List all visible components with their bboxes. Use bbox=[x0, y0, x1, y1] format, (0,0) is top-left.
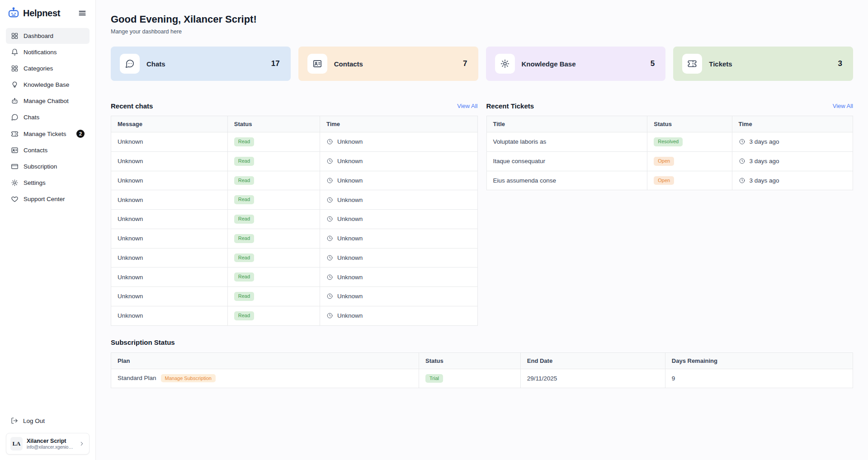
stat-card-label: Knowledge Base bbox=[522, 60, 576, 68]
clock-icon bbox=[326, 235, 333, 242]
stat-card-knowledge-base[interactable]: Knowledge Base 5 bbox=[486, 47, 666, 81]
chat-status-badge: Read bbox=[234, 176, 254, 185]
ticket-title: Voluptate laboris as bbox=[486, 132, 647, 152]
hamburger-icon bbox=[78, 9, 87, 18]
stat-card-tickets[interactable]: Tickets 3 bbox=[673, 47, 853, 81]
chat-row[interactable]: Unknown Read Unknown bbox=[111, 171, 478, 190]
grid-icon bbox=[11, 32, 19, 40]
chat-time: Unknown bbox=[337, 216, 363, 222]
ticket-title: Itaque consequatur bbox=[486, 151, 647, 171]
recent-tickets-view-all-link[interactable]: View All bbox=[833, 103, 853, 109]
stat-card-value: 5 bbox=[651, 59, 655, 68]
tickets-count-badge: 2 bbox=[76, 130, 85, 138]
user-meta: Xilancer Script info@xilancer.xgenious.c… bbox=[27, 438, 75, 450]
clock-icon bbox=[739, 158, 745, 164]
chat-row[interactable]: Unknown Read Unknown bbox=[111, 248, 478, 268]
user-account-card[interactable]: LA Xilancer Script info@xilancer.xgeniou… bbox=[6, 433, 90, 455]
sidebar-item-categories[interactable]: Categories bbox=[6, 61, 90, 76]
chat-status-badge: Read bbox=[234, 215, 254, 224]
plan-status-badge: Trial bbox=[425, 374, 443, 383]
sidebar-item-subscription[interactable]: Subscription bbox=[6, 159, 90, 174]
chat-status-badge: Read bbox=[234, 311, 254, 320]
column-header-time: Time bbox=[320, 116, 477, 132]
sun-bulb-icon bbox=[495, 54, 515, 74]
clock-icon bbox=[326, 216, 333, 222]
ticket-icon bbox=[11, 130, 19, 138]
ticket-status-badge: Resolved bbox=[654, 137, 683, 146]
sidebar-item-label: Settings bbox=[24, 179, 46, 186]
ticket-row[interactable]: Itaque consequatur Open 3 days ago bbox=[486, 151, 853, 171]
chat-message: Unknown bbox=[111, 229, 228, 248]
clock-icon bbox=[326, 312, 333, 319]
ticket-row[interactable]: Voluptate laboris as Resolved 3 days ago bbox=[486, 132, 853, 152]
credit-card-icon bbox=[11, 163, 19, 170]
chat-row[interactable]: Unknown Read Unknown bbox=[111, 210, 478, 229]
lightbulb-icon bbox=[11, 81, 19, 89]
chat-message: Unknown bbox=[111, 190, 228, 210]
sidebar-item-label: Categories bbox=[24, 65, 53, 72]
sidebar-footer: Log Out LA Xilancer Script info@xilancer… bbox=[6, 413, 90, 460]
ticket-icon bbox=[682, 54, 702, 74]
sidebar-item-support-center[interactable]: Support Center bbox=[6, 191, 90, 207]
chat-row[interactable]: Unknown Read Unknown bbox=[111, 190, 478, 210]
clock-icon bbox=[326, 197, 333, 203]
chat-status-badge: Read bbox=[234, 137, 254, 146]
chat-message: Unknown bbox=[111, 210, 228, 229]
ticket-time: 3 days ago bbox=[750, 177, 779, 184]
chat-time: Unknown bbox=[337, 138, 363, 145]
chat-bubble-icon bbox=[120, 54, 140, 74]
chat-time: Unknown bbox=[337, 177, 363, 184]
helpnest-robot-logo-icon bbox=[7, 6, 20, 20]
chat-row[interactable]: Unknown Read Unknown bbox=[111, 151, 478, 171]
chat-bubble-icon bbox=[11, 113, 19, 121]
clock-icon bbox=[326, 254, 333, 261]
clock-icon bbox=[326, 177, 333, 184]
chat-row[interactable]: Unknown Read Unknown bbox=[111, 132, 478, 152]
sidebar-item-notifications[interactable]: Notifications bbox=[6, 44, 90, 60]
chat-row[interactable]: Unknown Read Unknown bbox=[111, 229, 478, 248]
chat-time: Unknown bbox=[337, 312, 363, 319]
ticket-status-badge: Open bbox=[654, 157, 674, 166]
sidebar-item-settings[interactable]: Settings bbox=[6, 175, 90, 191]
ticket-row[interactable]: Eius assumenda conse Open 3 days ago bbox=[486, 171, 853, 190]
sidebar-toggle-button[interactable] bbox=[76, 7, 89, 19]
chat-message: Unknown bbox=[111, 248, 228, 268]
subscription-row: Standard PlanManage Subscription Trial 2… bbox=[111, 369, 853, 388]
sidebar-item-label: Subscription bbox=[24, 163, 57, 170]
chevron-right-icon bbox=[79, 441, 85, 447]
sidebar-nav: Dashboard Notifications Categories Knowl… bbox=[6, 28, 90, 207]
logo[interactable]: Helpnest bbox=[7, 6, 60, 20]
sidebar-item-label: Notifications bbox=[24, 49, 57, 56]
avatar: LA bbox=[10, 437, 23, 451]
stat-card-value: 7 bbox=[463, 59, 467, 68]
id-card-icon bbox=[307, 54, 327, 74]
clock-icon bbox=[326, 138, 333, 145]
manage-subscription-link[interactable]: Manage Subscription bbox=[161, 374, 216, 382]
categories-grid-icon bbox=[11, 65, 19, 72]
sidebar-item-dashboard[interactable]: Dashboard bbox=[6, 28, 90, 44]
clock-icon bbox=[326, 158, 333, 164]
chat-row[interactable]: Unknown Read Unknown bbox=[111, 268, 478, 287]
chat-row[interactable]: Unknown Read Unknown bbox=[111, 287, 478, 306]
stat-card-label: Chats bbox=[146, 60, 165, 68]
sidebar-item-manage-tickets[interactable]: Manage Tickets 2 bbox=[6, 126, 90, 142]
recent-chats-section: Recent chats View All Message Status Tim… bbox=[111, 102, 478, 326]
stat-card-chats[interactable]: Chats 17 bbox=[111, 47, 291, 81]
heart-support-icon bbox=[11, 195, 19, 203]
ticket-time: 3 days ago bbox=[750, 138, 779, 145]
sidebar-item-manage-chatbot[interactable]: Manage Chatbot bbox=[6, 93, 90, 109]
stat-card-contacts[interactable]: Contacts 7 bbox=[298, 47, 478, 81]
sidebar-item-contacts[interactable]: Contacts bbox=[6, 142, 90, 158]
recent-tickets-section: Recent Tickets View All Title Status Tim… bbox=[486, 102, 854, 190]
subscription-table: Plan Status End Date Days Remaining Stan… bbox=[111, 352, 853, 389]
sidebar-item-chats[interactable]: Chats bbox=[6, 109, 90, 125]
recent-tickets-title: Recent Tickets bbox=[486, 102, 534, 110]
logout-button[interactable]: Log Out bbox=[6, 413, 90, 428]
sidebar-item-knowledge-base[interactable]: Knowledge Base bbox=[6, 77, 90, 93]
chat-row[interactable]: Unknown Read Unknown bbox=[111, 306, 478, 325]
stat-card-label: Tickets bbox=[709, 60, 732, 68]
column-header-status: Status bbox=[419, 352, 521, 369]
chat-time: Unknown bbox=[337, 274, 363, 281]
chat-message: Unknown bbox=[111, 132, 228, 152]
recent-chats-view-all-link[interactable]: View All bbox=[457, 103, 477, 109]
